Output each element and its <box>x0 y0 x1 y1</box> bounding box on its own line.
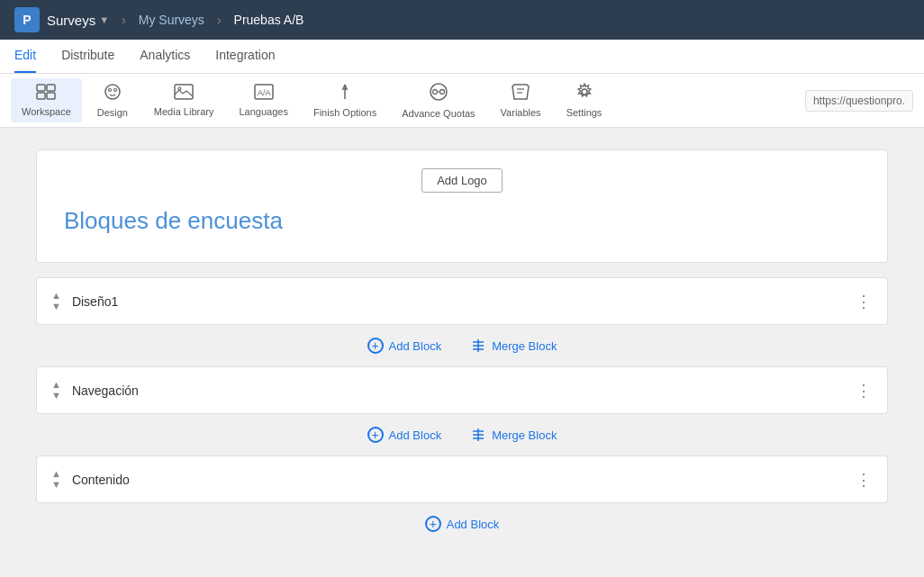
survey-header-card: Add Logo Bloques de encuesta <box>36 149 888 263</box>
svg-point-5 <box>108 89 111 92</box>
svg-text:A/A: A/A <box>258 88 271 97</box>
block-row-3: ▲ ▼ Contenido ⋮ <box>36 455 888 503</box>
toolbar-workspace-label: Workspace <box>22 106 71 117</box>
toolbar: Workspace Design Media Library A/A <box>0 74 924 128</box>
svg-point-8 <box>178 87 181 90</box>
subnav-item-analytics[interactable]: Analytics <box>140 40 190 73</box>
toolbar-design-label: Design <box>97 107 128 118</box>
add-block-icon-2: + <box>367 427 384 443</box>
app-logo: P <box>14 7 40 32</box>
svg-rect-3 <box>47 93 55 99</box>
actions-row-2: + Add Block Merge Block <box>36 414 888 455</box>
block-reorder-arrows-2[interactable]: ▲ ▼ <box>51 380 61 401</box>
survey-url: https://questionpro. <box>805 90 913 112</box>
block-name-3: Contenido <box>72 473 856 487</box>
block-row: ▲ ▼ Diseño1 ⋮ <box>36 277 888 325</box>
toolbar-languages[interactable]: A/A Languages <box>228 78 298 122</box>
toolbar-variables-label: Variables <box>501 107 541 118</box>
svg-rect-2 <box>37 93 45 99</box>
sub-nav: Edit Distribute Analytics Integration <box>0 40 924 74</box>
svg-point-6 <box>113 89 116 92</box>
block-reorder-arrows[interactable]: ▲ ▼ <box>51 291 61 311</box>
arrow-up-icon-2: ▲ <box>51 380 61 390</box>
merge-block-label-2: Merge Block <box>492 428 557 442</box>
arrow-up-icon-3: ▲ <box>51 469 61 479</box>
svg-point-16 <box>582 89 587 95</box>
toolbar-settings[interactable]: Settings <box>556 77 613 123</box>
design-icon <box>104 83 122 104</box>
toolbar-media-library-label: Media Library <box>154 106 214 117</box>
toolbar-workspace[interactable]: Workspace <box>11 78 82 122</box>
add-block-button-3[interactable]: + Add Block <box>425 516 500 532</box>
add-block-button-2[interactable]: + Add Block <box>367 427 442 443</box>
main-content: Add Logo Bloques de encuesta ▲ ▼ Diseño1… <box>0 128 924 577</box>
surveys-dropdown-button[interactable]: Surveys ▼ <box>47 13 109 28</box>
toolbar-finish-options-label: Finish Options <box>313 107 376 118</box>
breadcrumb-parent[interactable]: My Surveys <box>139 13 204 27</box>
toolbar-languages-label: Languages <box>239 106 287 117</box>
advance-quotas-icon <box>429 82 448 104</box>
subnav-item-edit[interactable]: Edit <box>14 40 36 73</box>
toolbar-design[interactable]: Design <box>86 77 140 123</box>
add-block-button-1[interactable]: + Add Block <box>367 338 442 354</box>
arrow-down-icon-2: ▼ <box>51 391 61 401</box>
svg-point-12 <box>432 90 437 95</box>
breadcrumb-separator: › <box>122 13 126 27</box>
subnav-item-integration[interactable]: Integration <box>215 40 275 73</box>
actions-row-3: + Add Block <box>36 503 888 545</box>
actions-row-1: + Add Block Merge Block <box>36 325 888 366</box>
block-name-2: Navegación <box>72 383 856 398</box>
add-block-icon-3: + <box>425 516 441 532</box>
svg-point-13 <box>439 90 444 95</box>
merge-block-button-2[interactable]: Merge Block <box>470 427 557 443</box>
merge-block-icon-1 <box>470 338 486 354</box>
finish-options-icon <box>336 83 354 104</box>
toolbar-settings-label: Settings <box>566 107 602 118</box>
add-block-label-2: Add Block <box>389 428 442 442</box>
subnav-item-distribute[interactable]: Distribute <box>61 40 114 73</box>
media-library-icon <box>174 84 194 103</box>
block-name: Diseño1 <box>72 294 856 309</box>
breadcrumb-separator-2: › <box>217 13 222 27</box>
svg-rect-1 <box>47 85 55 91</box>
add-block-label-1: Add Block <box>389 339 442 353</box>
add-block-label-3: Add Block <box>447 518 500 531</box>
breadcrumb-current: Pruebas A/B <box>234 13 304 27</box>
toolbar-advance-quotas[interactable]: Advance Quotas <box>391 77 485 124</box>
block-more-menu-icon-2[interactable]: ⋮ <box>856 381 873 401</box>
survey-title: Bloques de encuesta <box>64 207 860 235</box>
arrow-down-icon-3: ▼ <box>51 480 61 490</box>
settings-icon <box>575 83 593 104</box>
toolbar-advance-quotas-label: Advance Quotas <box>402 108 475 119</box>
add-block-icon-1: + <box>367 338 384 354</box>
block-row-2: ▲ ▼ Navegación ⋮ <box>36 366 888 414</box>
languages-icon: A/A <box>254 84 274 103</box>
toolbar-media-library[interactable]: Media Library <box>143 78 225 122</box>
block-reorder-arrows-3[interactable]: ▲ ▼ <box>51 469 61 490</box>
merge-block-label-1: Merge Block <box>492 339 557 353</box>
block-more-menu-icon-3[interactable]: ⋮ <box>856 470 873 490</box>
merge-block-icon-2 <box>470 427 486 443</box>
toolbar-variables[interactable]: Variables <box>490 77 552 123</box>
top-bar: P Surveys ▼ › My Surveys › Pruebas A/B <box>0 0 924 40</box>
block-more-menu-icon[interactable]: ⋮ <box>856 292 873 311</box>
surveys-label: Surveys <box>47 13 95 28</box>
add-logo-button[interactable]: Add Logo <box>421 168 503 193</box>
arrow-down-icon: ▼ <box>51 302 61 311</box>
svg-point-4 <box>105 85 120 99</box>
chevron-down-icon: ▼ <box>99 14 109 25</box>
merge-block-button-1[interactable]: Merge Block <box>470 338 557 354</box>
toolbar-finish-options[interactable]: Finish Options <box>303 77 387 123</box>
variables-icon <box>511 83 530 104</box>
workspace-icon <box>36 84 56 103</box>
arrow-up-icon: ▲ <box>51 291 61 301</box>
svg-rect-0 <box>37 85 45 91</box>
